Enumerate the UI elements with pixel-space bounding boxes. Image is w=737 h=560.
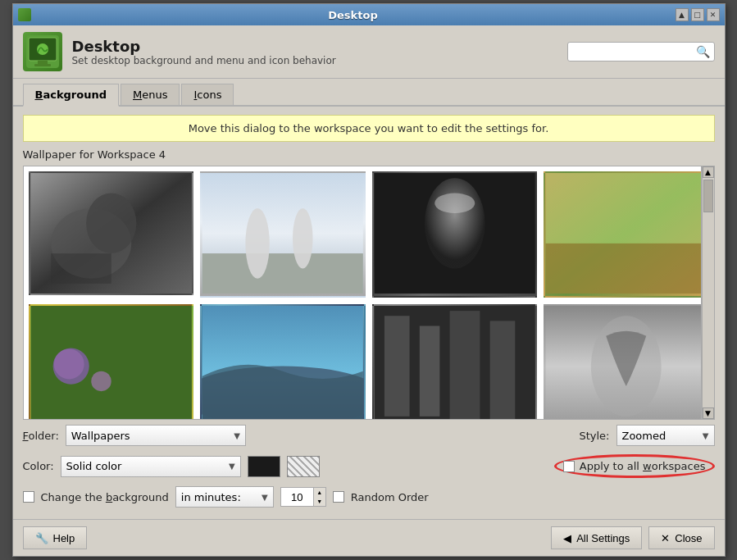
svg-rect-9 [51, 253, 111, 284]
wallpaper-thumb-1[interactable] [29, 171, 194, 295]
tab-menus[interactable]: Menus [121, 84, 180, 105]
folder-style-row: Folder: Wallpapers ▼ Style: Zoomed ▼ [23, 420, 715, 449]
titlebar-title: Desktop [31, 9, 676, 21]
wallpaper-grid: P N [29, 171, 696, 420]
close-button[interactable]: ✕ Close [648, 526, 714, 549]
svg-rect-24 [30, 306, 191, 420]
svg-rect-19 [546, 173, 702, 244]
notice-box: Move this dialog to the workspace you wa… [23, 115, 715, 142]
random-order-checkbox[interactable] [333, 491, 344, 503]
wallpaper-label: Wallpaper for Workspace 4 [23, 148, 715, 161]
header-text: Desktop Set desktop background and menu … [72, 38, 336, 66]
color-value: Solid color [66, 460, 122, 472]
scrollbar-down-button[interactable]: ▼ [703, 407, 714, 419]
color-label: Color: [23, 460, 54, 472]
apply-label: Apply to all workspaces [580, 460, 706, 472]
apply-highlight-circle: Apply to all workspaces [554, 454, 715, 478]
all-settings-label: All Settings [576, 532, 630, 544]
wallpaper-thumb-6[interactable] [200, 304, 366, 420]
svg-point-8 [86, 193, 136, 254]
wallpaper-thumb-7[interactable] [372, 304, 538, 420]
desktop-window: Desktop ▲ □ ✕ Desktop Set desktop backgr… [12, 3, 726, 557]
scrollbar: ▲ ▼ [702, 166, 715, 420]
titlebar-restore-button[interactable]: □ [691, 8, 704, 21]
svg-point-15 [424, 178, 485, 268]
tabs-area: Background Menus Icons [13, 79, 725, 107]
scrollbar-thumb[interactable] [703, 180, 713, 212]
color-row: Color: Solid color ▼ Apply to all worksp… [23, 449, 715, 481]
apply-all-workspaces-checkbox[interactable] [563, 461, 575, 472]
svg-rect-30 [449, 311, 480, 420]
wallpaper-thumb-4[interactable] [544, 171, 702, 298]
header-search: 🔍 [567, 42, 715, 61]
scrollbar-up-button[interactable]: ▲ [703, 166, 714, 178]
folder-value: Wallpapers [71, 430, 130, 442]
style-combo[interactable]: Zoomed ▼ [616, 425, 715, 446]
titlebar-close-button[interactable]: ✕ [707, 8, 720, 21]
svg-rect-18 [546, 244, 702, 294]
style-value: Zoomed [622, 430, 666, 442]
folder-arrow-icon: ▼ [234, 431, 240, 440]
all-settings-button[interactable]: ◀ All Settings [551, 526, 642, 549]
app-title: Desktop [72, 38, 336, 55]
minutes-input-wrap: ▲ ▼ [280, 487, 326, 507]
change-bg-checkbox[interactable] [23, 491, 34, 503]
random-order-label: Random Order [351, 491, 429, 503]
tab-background[interactable]: Background [23, 84, 120, 107]
svg-point-16 [434, 193, 475, 214]
close-x-icon: ✕ [661, 532, 670, 544]
search-input[interactable] [567, 42, 715, 61]
svg-point-12 [245, 208, 269, 279]
search-icon: 🔍 [696, 45, 710, 58]
svg-rect-11 [202, 253, 363, 294]
notice-text: Move this dialog to the workspace you wa… [189, 122, 549, 134]
color-arrow-icon: ▼ [229, 462, 235, 471]
minutes-spin-down[interactable]: ▼ [314, 497, 325, 506]
minutes-spin-up[interactable]: ▲ [314, 488, 325, 497]
titlebar-up-button[interactable]: ▲ [676, 8, 689, 21]
color-swatch-pattern[interactable] [287, 456, 320, 477]
minutes-combo[interactable]: in minutes: ▼ [175, 486, 274, 508]
wallpaper-thumb-8[interactable] [544, 304, 702, 420]
change-bg-label: Change the background [41, 491, 169, 503]
svg-rect-3 [38, 61, 48, 64]
close-label: Close [675, 532, 702, 544]
style-label: Style: [579, 430, 609, 442]
svg-point-13 [293, 208, 313, 269]
minutes-arrow-icon: ▼ [262, 493, 268, 502]
help-button[interactable]: 🔧 Help [23, 526, 88, 549]
titlebar: Desktop ▲ □ ✕ [13, 4, 725, 25]
svg-rect-29 [419, 326, 439, 417]
header-area: Desktop Set desktop background and menu … [13, 25, 725, 79]
app-subtitle: Set desktop background and menu and icon… [72, 55, 336, 66]
minutes-label: in minutes: [181, 491, 241, 503]
help-icon: 🔧 [35, 532, 48, 544]
color-swatch-dark[interactable] [248, 456, 280, 477]
help-label: Help [53, 532, 75, 544]
minutes-input[interactable] [280, 487, 313, 507]
wallpaper-thumb-3[interactable] [372, 171, 538, 298]
apply-section: Apply to all workspaces [554, 454, 715, 478]
folder-combo[interactable]: Wallpapers ▼ [66, 425, 246, 446]
titlebar-app-icon [18, 8, 31, 21]
svg-rect-28 [384, 316, 409, 417]
svg-rect-4 [34, 64, 51, 66]
tab-icons[interactable]: Icons [181, 84, 234, 105]
wallpaper-thumb-5[interactable] [29, 304, 194, 420]
titlebar-controls: ▲ □ ✕ [676, 8, 720, 21]
change-bg-row: Change the background in minutes: ▼ ▲ ▼ … [23, 481, 715, 511]
all-settings-arrow-icon: ◀ [563, 532, 571, 544]
folder-label: Folder: [23, 430, 59, 442]
apply-checkbox-row: Apply to all workspaces [563, 460, 706, 472]
wallpaper-grid-wrapper: P N [23, 166, 715, 420]
footer-row: 🔧 Help ◀ All Settings ✕ Close [13, 519, 725, 556]
svg-rect-31 [489, 321, 515, 420]
app-icon [23, 32, 62, 71]
wallpaper-thumb-2[interactable] [200, 171, 366, 298]
wallpaper-grid-container[interactable]: P N [23, 166, 702, 420]
content-area: Move this dialog to the workspace you wa… [13, 107, 725, 519]
style-arrow-icon: ▼ [703, 431, 709, 440]
minutes-spinners: ▲ ▼ [313, 487, 326, 507]
color-combo[interactable]: Solid color ▼ [61, 456, 241, 477]
